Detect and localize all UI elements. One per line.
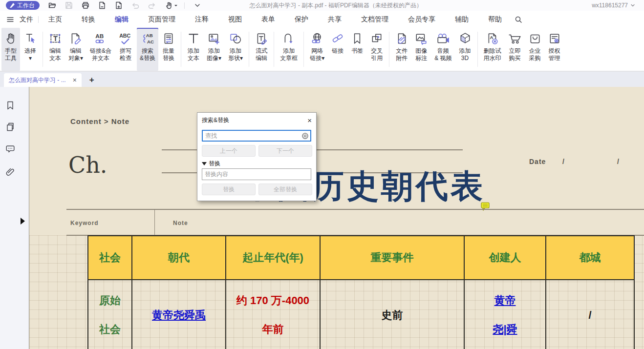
menu-item-document-management[interactable]: 文档管理	[361, 15, 388, 24]
sidebar-bookmarks-icon[interactable]	[5, 101, 15, 110]
tab-close-icon[interactable]: ×	[73, 76, 77, 84]
menu-item-file[interactable]: 文件	[20, 15, 33, 24]
header-events: 重要事件	[320, 236, 464, 280]
toolbar-button-link[interactable]: 链接	[328, 28, 347, 71]
toolbar-button-cross-reference[interactable]: 交叉 引用	[367, 28, 386, 71]
menu-item-comment[interactable]: 注释	[195, 15, 209, 24]
find-next-button[interactable]: 下一个	[258, 145, 312, 157]
toolbar-button-remove-trial-watermark[interactable]: A 删除试 用水印	[481, 28, 504, 71]
cell-period-line1: 约 170 万-4000	[226, 293, 320, 308]
toolbar-group-divider	[249, 32, 249, 67]
menubar: 文件 主页 转换 编辑 页面管理 注释 视图 表单 保护 共享 文档管理 会员专…	[0, 11, 644, 28]
collapse-triangle-icon	[202, 162, 207, 165]
toolbar-button-bookmark[interactable]: 书签	[348, 28, 366, 71]
find-input[interactable]	[202, 130, 311, 142]
hamburger-icon[interactable]	[7, 17, 14, 22]
svg-text:A: A	[490, 35, 493, 40]
toolbar-button-add-text[interactable]: 添加 文本	[184, 28, 203, 71]
pdf-page: Content > Note Ch. Date / / 中国历史朝代表 Keyw…	[29, 87, 644, 349]
titlebar: 工作台 怎么面对高中学习 - 副本.pdf - 福昕PDF编辑器（未经授权的产品…	[0, 0, 644, 11]
open-file-icon[interactable]	[48, 1, 56, 10]
menu-item-form[interactable]: 表单	[261, 15, 275, 24]
toolbar-button-add-shape[interactable]: 添加 形状▾	[225, 28, 246, 71]
account-menu[interactable]: wx118615277	[592, 2, 635, 9]
menu-item-view[interactable]: 视图	[228, 15, 242, 24]
search-options-gear-icon[interactable]	[301, 132, 309, 140]
cell-founder-link1[interactable]: 黄帝	[465, 293, 545, 308]
table-row: 原始 社会 黄帝尧舜禹 约 170 万-4000 年前 史前 黄帝 尧|舜 /	[88, 280, 634, 349]
toolbar-group-divider	[477, 32, 478, 67]
toolbar-button-batch-replace[interactable]: 批量 替换	[159, 28, 178, 71]
document-tab[interactable]: 怎么面对高中学习 - ... ×	[4, 73, 82, 87]
svg-text:AC: AC	[147, 39, 154, 44]
replace-input[interactable]	[202, 168, 311, 180]
toolbar-button-add-3d[interactable]: 添加 3D	[456, 28, 474, 71]
sidebar-attachments-icon[interactable]	[5, 166, 15, 176]
find-previous-button[interactable]: 上一个	[202, 145, 256, 157]
redo-icon[interactable]	[148, 1, 156, 10]
toolbar-button-select[interactable]: 选择 ▾	[21, 28, 40, 71]
replace-button[interactable]: 替换	[202, 184, 256, 195]
toolbar-button-audio-video[interactable]: 音频 & 视频	[431, 28, 454, 71]
save-icon[interactable]	[64, 1, 73, 10]
doc-date-label: Date	[529, 158, 546, 165]
workspace-button[interactable]: 工作台	[6, 1, 40, 10]
toolbar-button-file-attachment[interactable]: 文件 附件	[392, 28, 411, 71]
toolbar-button-image-annotation[interactable]: 图像 标注	[412, 28, 430, 71]
toolbar-button-flow-edit[interactable]: 流式 编辑	[252, 28, 271, 71]
sidebar-pages-icon[interactable]	[5, 122, 15, 132]
cell-founder-link2[interactable]: 尧|舜	[465, 322, 545, 337]
toolbar-button-web-link[interactable]: 网络 链接▾	[307, 28, 327, 71]
toolbar-button-hand-tool[interactable]: 手型 工具	[1, 28, 20, 71]
header-period: 起止年代(年)	[226, 236, 320, 280]
toolbar-button-buy-now[interactable]: 立即 购买	[505, 28, 525, 71]
menu-item-page-management[interactable]: 页面管理	[148, 15, 175, 24]
undo-icon[interactable]	[131, 1, 139, 10]
dialog-close-icon[interactable]: ×	[307, 118, 312, 123]
toolbar-group-divider	[43, 32, 43, 67]
cell-capital: /	[588, 309, 591, 321]
menu-item-accessibility[interactable]: 辅助	[455, 15, 469, 24]
header-founder: 创建人	[464, 236, 546, 280]
menu-search-icon[interactable]	[515, 16, 522, 23]
cell-dynasty-link[interactable]: 黄帝尧舜禹	[152, 309, 206, 321]
cell-society-line1: 原始	[88, 293, 131, 308]
menu-item-member-exclusive[interactable]: 会员专享	[408, 15, 435, 24]
hand-gesture-icon[interactable]	[164, 1, 172, 10]
toolbar-button-license-management[interactable]: 授权 管理	[545, 28, 564, 71]
toolbar-button-link-merge-text[interactable]: AB 链接&合 并文本	[87, 28, 114, 71]
toolbar-button-add-image[interactable]: 添加 图像▾	[204, 28, 224, 71]
menu-item-help[interactable]: 帮助	[488, 15, 502, 24]
menu-item-protect[interactable]: 保护	[295, 15, 308, 24]
panel-expand-handle[interactable]	[21, 218, 25, 225]
hand-gesture-dropdown-icon[interactable]	[173, 1, 178, 10]
image-annotation-icon	[415, 31, 428, 46]
replace-section-label: 替换	[209, 160, 220, 168]
toolbar-button-spell-check[interactable]: ABC 拼写 检查	[115, 28, 136, 71]
toolbar-button-search-replace[interactable]: ABAC 搜索 &替换	[137, 28, 158, 71]
menu-item-edit[interactable]: 编辑	[115, 15, 129, 24]
svg-text:AB: AB	[146, 33, 153, 38]
license-gear-icon	[548, 31, 561, 46]
toolbar-button-enterprise-purchase[interactable]: 企业 采购	[526, 28, 544, 71]
web-link-icon	[310, 31, 324, 46]
toolbar-button-add-article-box[interactable]: 添加 文章框	[277, 28, 301, 71]
toolbar-button-edit-object[interactable]: 编辑 对象▾	[65, 28, 86, 71]
ruled-divider	[154, 209, 155, 235]
menu-item-home[interactable]: 主页	[48, 15, 62, 24]
delete-page-icon[interactable]	[98, 1, 106, 10]
menu-item-convert[interactable]: 转换	[82, 15, 95, 24]
print-icon[interactable]	[81, 1, 89, 10]
customize-toolbar-chevron-icon[interactable]	[193, 1, 201, 10]
sidebar-comments-icon[interactable]	[5, 144, 15, 154]
menu-item-share[interactable]: 共享	[328, 15, 342, 24]
toolbar-group-divider	[181, 32, 181, 67]
cell-period-line2: 年前	[226, 322, 320, 337]
toolbar-button-edit-text[interactable]: T 编辑 文本	[46, 28, 64, 71]
add-page-icon[interactable]	[114, 1, 123, 10]
replace-all-button[interactable]: 全部替换	[258, 184, 312, 195]
main-area: Content > Note Ch. Date / / 中国历史朝代表 Keyw…	[0, 87, 644, 349]
doc-date-slash: /	[562, 158, 564, 165]
new-tab-button[interactable]: +	[89, 75, 94, 85]
replace-section-toggle[interactable]: 替换	[202, 160, 220, 168]
